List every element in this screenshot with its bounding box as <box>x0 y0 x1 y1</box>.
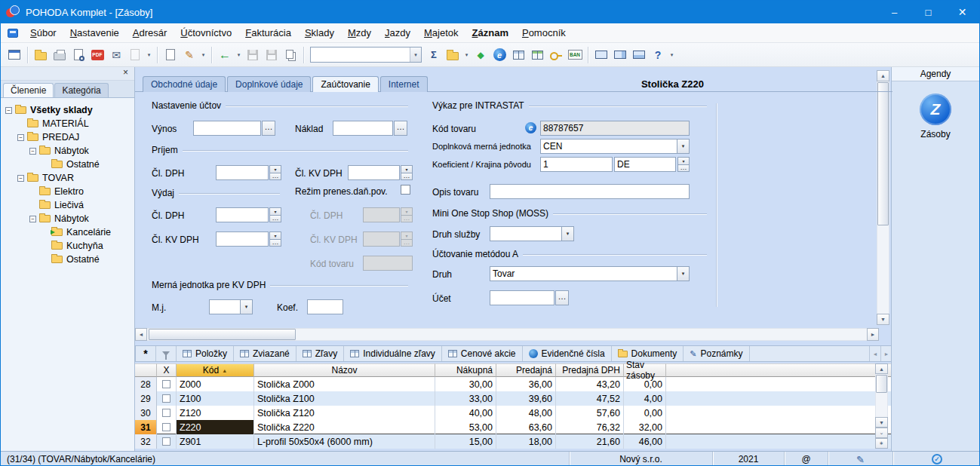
tree-node-elektro[interactable]: Elektro <box>1 185 134 198</box>
row-checkbox[interactable] <box>162 380 171 388</box>
vynos-field[interactable] <box>193 121 261 136</box>
row-checkbox[interactable] <box>162 437 171 446</box>
menu-uctovnictvo[interactable]: Účtovníctvo <box>174 24 238 41</box>
tabs-scroll-left[interactable]: ◄ <box>869 346 880 361</box>
company-status[interactable]: Nový s.r.o. <box>569 452 712 466</box>
tree-node-ostatne-tovar[interactable]: Ostatné <box>1 253 134 266</box>
dmj-combo[interactable]: CEN▾ <box>540 139 690 154</box>
druh-combo[interactable]: Tovar▾ <box>490 266 690 281</box>
go-to-new-record-button[interactable]: ∗ <box>875 438 888 449</box>
cell-purchase[interactable]: 33,00 <box>435 391 496 406</box>
intrastat-kod-tovaru-field[interactable]: 88787657 <box>540 121 690 136</box>
vydaj-cl-kv-dph-buttons[interactable]: ▾… <box>269 231 281 247</box>
access-rights-button[interactable] <box>547 46 565 64</box>
send-mail-button[interactable]: ✉ <box>107 46 125 64</box>
koef-field[interactable] <box>307 299 343 314</box>
cell-name[interactable]: Stolička Z000 <box>254 377 435 391</box>
scroll-down-button[interactable]: ▼ <box>877 314 889 325</box>
cell-sale-vat[interactable]: 21,60 <box>556 434 624 449</box>
table-row[interactable]: 30 Z120 Stolička Z120 40,00 48,00 57,60 … <box>135 406 892 420</box>
cell-stock[interactable]: 32,00 <box>624 420 666 434</box>
cell-stock[interactable]: 4,00 <box>624 391 666 406</box>
web-button[interactable]: e <box>490 46 508 64</box>
column-header-x[interactable]: X <box>157 363 177 377</box>
tab-evidencne-cisla[interactable]: Evidenčné čísla <box>523 346 612 361</box>
grid-view2-button[interactable] <box>528 46 546 64</box>
ie-globe-icon[interactable]: e <box>525 122 536 133</box>
export-button[interactable] <box>126 46 144 64</box>
expander-icon[interactable]: − <box>29 148 36 155</box>
cell-stock[interactable]: 0,00 <box>624 406 666 420</box>
scroll-left-button[interactable]: ◄ <box>135 328 147 341</box>
tab-cenove-akcie[interactable]: Cenové akcie <box>442 346 523 361</box>
cell-name[interactable]: Stolička Z120 <box>254 406 435 420</box>
scroll-right-button[interactable]: ► <box>867 328 879 341</box>
menu-jazdy[interactable]: Jazdy <box>378 24 417 41</box>
expander-icon[interactable]: − <box>5 107 12 114</box>
menu-sklady[interactable]: Sklady <box>298 24 341 41</box>
tab-obchodne-udaje[interactable]: Obchodné údaje <box>143 76 226 92</box>
switch-window-button[interactable] <box>5 46 23 64</box>
row-checkbox[interactable] <box>162 394 171 403</box>
tab-kategoria[interactable]: Kategória <box>54 83 108 97</box>
tab-individualne-zlavy[interactable]: Individuálne zľavy <box>344 346 442 361</box>
help-button[interactable]: ? <box>649 46 667 64</box>
prijem-cl-dph-field[interactable] <box>216 165 269 180</box>
menu-fakturacia[interactable]: Fakturácia <box>238 24 298 41</box>
column-header-stav-zasoby[interactable]: Stav zásoby <box>624 363 666 377</box>
expander-icon[interactable]: − <box>17 175 24 182</box>
agenda-zasoby[interactable]: Z Zásoby <box>892 94 979 139</box>
tree-node-material[interactable]: MATERIÁL <box>1 117 134 130</box>
cell-sale-vat[interactable]: 57,60 <box>556 406 624 420</box>
tree-node-vsetky-sklady[interactable]: −Všetky sklady <box>1 103 134 117</box>
table-row[interactable]: 28 Z000 Stolička Z000 30,00 36,00 43,20 … <box>135 377 892 391</box>
cell-sale-vat[interactable]: 47,52 <box>556 391 624 406</box>
scroll-up-button[interactable]: ▲ <box>877 70 889 81</box>
child-window-icon[interactable] <box>8 29 18 38</box>
panel-layout3-button[interactable] <box>630 46 648 64</box>
cell-stock[interactable]: 0,00 <box>624 377 666 391</box>
cell-sale[interactable]: 48,00 <box>496 406 556 420</box>
ucet-field[interactable] <box>490 290 555 305</box>
tab-dokumenty[interactable]: Dokumenty <box>612 346 684 361</box>
scrollbar-thumb[interactable] <box>876 375 887 393</box>
vydaj-cl-kv-dph-field[interactable] <box>216 231 269 247</box>
tree-node-predaj[interactable]: −PREDAJ <box>1 130 134 144</box>
krajina-povodu-field[interactable]: DE <box>614 157 676 172</box>
sum-button[interactable]: Σ <box>425 46 443 64</box>
menu-nastavenie[interactable]: Nastavenie <box>63 24 126 41</box>
menu-pomocnik[interactable]: Pomocník <box>515 24 573 41</box>
scrollbar-thumb[interactable] <box>149 329 296 340</box>
rezim-checkbox[interactable] <box>401 185 410 195</box>
sidebar-close-button[interactable]: × <box>119 68 132 79</box>
cell-sale[interactable]: 39,60 <box>496 391 556 406</box>
table-row[interactable]: 29 Z100 Stolička Z100 33,00 39,60 47,52 … <box>135 391 892 406</box>
print-button[interactable] <box>51 46 69 64</box>
cell-name[interactable]: Stolička Z220 <box>254 420 435 434</box>
cell-purchase[interactable]: 53,00 <box>435 420 496 434</box>
panel-layout1-button[interactable] <box>592 46 610 64</box>
minimize-button[interactable]: – <box>877 1 911 23</box>
table-scrollbar[interactable]: ▲ ▼ ⌄ ∗ <box>875 363 888 449</box>
cell-sale[interactable]: 63,60 <box>496 420 556 434</box>
mj-combo[interactable]: ▾ <box>209 299 253 314</box>
gem-button[interactable]: ◆ <box>472 46 490 64</box>
filter-folder-button[interactable] <box>444 46 462 64</box>
tab-zviazane[interactable]: Zviazané <box>234 346 296 361</box>
tree-node-ostatne-predaj[interactable]: Ostatné <box>1 158 134 171</box>
tab-internet[interactable]: Internet <box>380 76 428 92</box>
copy-button[interactable] <box>281 46 300 64</box>
row-checkbox[interactable] <box>162 409 171 417</box>
cell-sale[interactable]: 36,00 <box>496 377 556 391</box>
opis-tovaru-field[interactable] <box>490 184 690 199</box>
cell-purchase[interactable]: 30,00 <box>435 377 496 391</box>
help-dropdown[interactable]: ▾ <box>668 46 676 64</box>
new-record-tab[interactable]: * <box>136 346 156 361</box>
close-button[interactable]: ✕ <box>945 1 979 23</box>
edit-record-button[interactable]: ✎ <box>180 46 198 64</box>
tree-node-lieciva[interactable]: Liečivá <box>1 198 134 212</box>
menu-zaznam[interactable]: Záznam <box>465 24 515 41</box>
open-button[interactable] <box>32 46 50 64</box>
zasoby-agenda-icon[interactable]: Z <box>920 94 951 125</box>
table-row-selected[interactable]: 31 Z220 Stolička Z220 53,00 63,60 76,32 … <box>135 420 892 434</box>
